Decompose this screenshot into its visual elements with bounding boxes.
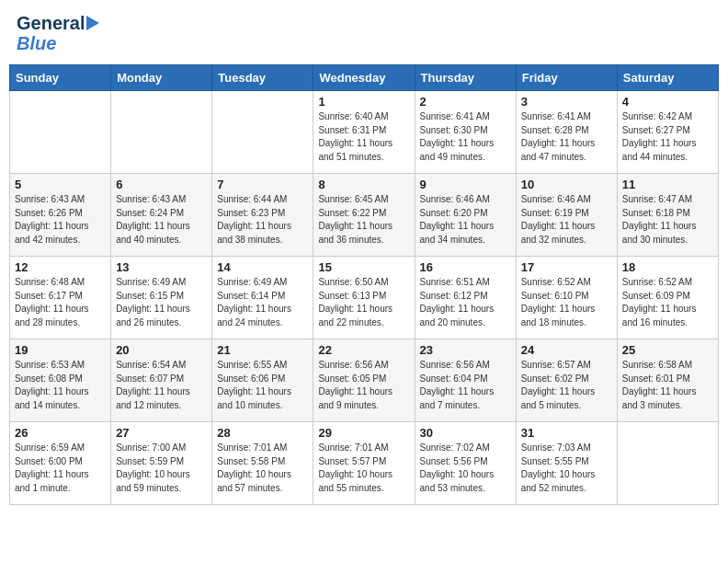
day-number: 25	[622, 343, 713, 357]
day-number: 16	[420, 260, 511, 274]
day-number: 29	[318, 426, 409, 440]
calendar-cell: 18Sunrise: 6:52 AMSunset: 6:09 PMDayligh…	[617, 257, 718, 339]
day-header-monday: Monday	[111, 65, 212, 91]
day-number: 22	[318, 343, 409, 357]
day-number: 23	[420, 343, 511, 357]
logo-text-general: General	[17, 13, 85, 33]
day-info: Sunrise: 6:53 AMSunset: 6:08 PMDaylight:…	[15, 359, 106, 412]
day-number: 14	[217, 260, 308, 274]
day-info: Sunrise: 6:58 AMSunset: 6:01 PMDaylight:…	[622, 359, 713, 412]
day-info: Sunrise: 6:49 AMSunset: 6:14 PMDaylight:…	[217, 276, 308, 329]
calendar-cell: 28Sunrise: 7:01 AMSunset: 5:58 PMDayligh…	[212, 422, 313, 505]
calendar-cell: 3Sunrise: 6:41 AMSunset: 6:28 PMDaylight…	[516, 91, 617, 174]
day-info: Sunrise: 6:41 AMSunset: 6:28 PMDaylight:…	[521, 110, 612, 164]
day-info: Sunrise: 7:03 AMSunset: 5:55 PMDaylight:…	[521, 442, 612, 495]
day-number: 6	[116, 178, 207, 191]
day-info: Sunrise: 6:40 AMSunset: 6:31 PMDaylight:…	[318, 110, 409, 164]
day-number: 4	[622, 95, 713, 109]
logo-arrow-icon	[86, 16, 99, 30]
day-info: Sunrise: 7:02 AMSunset: 5:56 PMDaylight:…	[420, 442, 511, 495]
day-info: Sunrise: 6:52 AMSunset: 6:10 PMDaylight:…	[521, 276, 612, 329]
day-info: Sunrise: 6:41 AMSunset: 6:30 PMDaylight:…	[420, 110, 511, 164]
day-number: 17	[521, 260, 612, 274]
day-info: Sunrise: 6:42 AMSunset: 6:27 PMDaylight:…	[622, 110, 713, 164]
calendar-cell: 13Sunrise: 6:49 AMSunset: 6:15 PMDayligh…	[111, 257, 212, 339]
calendar-week-row: 5Sunrise: 6:43 AMSunset: 6:26 PMDaylight…	[10, 174, 719, 257]
day-number: 21	[217, 343, 308, 357]
calendar-cell: 27Sunrise: 7:00 AMSunset: 5:59 PMDayligh…	[111, 422, 212, 505]
day-info: Sunrise: 6:46 AMSunset: 6:20 PMDaylight:…	[420, 193, 511, 247]
day-number: 2	[420, 95, 511, 109]
calendar-week-row: 1Sunrise: 6:40 AMSunset: 6:31 PMDaylight…	[10, 91, 719, 174]
calendar-cell: 12Sunrise: 6:48 AMSunset: 6:17 PMDayligh…	[10, 257, 111, 339]
day-number: 5	[15, 178, 106, 191]
calendar-week-row: 19Sunrise: 6:53 AMSunset: 6:08 PMDayligh…	[10, 339, 719, 422]
day-header-tuesday: Tuesday	[212, 65, 313, 91]
calendar-cell	[111, 91, 212, 174]
day-number: 3	[521, 95, 612, 109]
calendar-cell: 31Sunrise: 7:03 AMSunset: 5:55 PMDayligh…	[516, 422, 617, 505]
calendar-cell: 15Sunrise: 6:50 AMSunset: 6:13 PMDayligh…	[313, 257, 415, 339]
calendar-cell: 14Sunrise: 6:49 AMSunset: 6:14 PMDayligh…	[212, 257, 313, 339]
calendar-cell: 23Sunrise: 6:56 AMSunset: 6:04 PMDayligh…	[415, 339, 516, 422]
calendar-cell: 20Sunrise: 6:54 AMSunset: 6:07 PMDayligh…	[111, 339, 212, 422]
day-info: Sunrise: 6:55 AMSunset: 6:06 PMDaylight:…	[217, 359, 308, 412]
day-info: Sunrise: 6:44 AMSunset: 6:23 PMDaylight:…	[217, 193, 308, 247]
day-info: Sunrise: 6:45 AMSunset: 6:22 PMDaylight:…	[318, 193, 409, 247]
calendar-cell: 11Sunrise: 6:47 AMSunset: 6:18 PMDayligh…	[617, 174, 718, 257]
day-info: Sunrise: 6:57 AMSunset: 6:02 PMDaylight:…	[521, 359, 612, 412]
day-header-friday: Friday	[516, 65, 617, 91]
day-number: 20	[116, 343, 207, 357]
day-number: 19	[15, 343, 106, 357]
day-info: Sunrise: 6:59 AMSunset: 6:00 PMDaylight:…	[15, 442, 106, 495]
day-number: 11	[622, 178, 713, 191]
calendar-cell: 19Sunrise: 6:53 AMSunset: 6:08 PMDayligh…	[10, 339, 111, 422]
calendar-cell: 16Sunrise: 6:51 AMSunset: 6:12 PMDayligh…	[415, 257, 516, 339]
day-info: Sunrise: 7:01 AMSunset: 5:57 PMDaylight:…	[318, 442, 409, 495]
day-number: 27	[116, 426, 207, 440]
calendar-cell: 25Sunrise: 6:58 AMSunset: 6:01 PMDayligh…	[617, 339, 718, 422]
calendar-cell: 8Sunrise: 6:45 AMSunset: 6:22 PMDaylight…	[313, 174, 415, 257]
calendar-week-row: 26Sunrise: 6:59 AMSunset: 6:00 PMDayligh…	[10, 422, 719, 505]
calendar-table: SundayMondayTuesdayWednesdayThursdayFrid…	[9, 64, 719, 505]
calendar-cell: 6Sunrise: 6:43 AMSunset: 6:24 PMDaylight…	[111, 174, 212, 257]
day-number: 30	[420, 426, 511, 440]
day-info: Sunrise: 6:50 AMSunset: 6:13 PMDaylight:…	[318, 276, 409, 329]
day-header-sunday: Sunday	[10, 65, 111, 91]
day-number: 1	[318, 95, 409, 109]
logo-text-blue: Blue	[17, 33, 56, 53]
page-header: General Blue	[9, 9, 719, 57]
day-info: Sunrise: 6:43 AMSunset: 6:24 PMDaylight:…	[116, 193, 207, 247]
calendar-cell: 17Sunrise: 6:52 AMSunset: 6:10 PMDayligh…	[516, 257, 617, 339]
calendar-cell: 26Sunrise: 6:59 AMSunset: 6:00 PMDayligh…	[10, 422, 111, 505]
day-info: Sunrise: 6:52 AMSunset: 6:09 PMDaylight:…	[622, 276, 713, 329]
day-info: Sunrise: 6:56 AMSunset: 6:04 PMDaylight:…	[420, 359, 511, 412]
day-number: 7	[217, 178, 308, 191]
calendar-cell	[212, 91, 313, 174]
day-info: Sunrise: 6:46 AMSunset: 6:19 PMDaylight:…	[521, 193, 612, 247]
day-number: 31	[521, 426, 612, 440]
day-info: Sunrise: 7:01 AMSunset: 5:58 PMDaylight:…	[217, 442, 308, 495]
calendar-cell: 10Sunrise: 6:46 AMSunset: 6:19 PMDayligh…	[516, 174, 617, 257]
day-header-saturday: Saturday	[617, 65, 718, 91]
calendar-cell: 7Sunrise: 6:44 AMSunset: 6:23 PMDaylight…	[212, 174, 313, 257]
calendar-cell	[617, 422, 718, 505]
calendar-cell: 30Sunrise: 7:02 AMSunset: 5:56 PMDayligh…	[415, 422, 516, 505]
calendar-week-row: 12Sunrise: 6:48 AMSunset: 6:17 PMDayligh…	[10, 257, 719, 339]
day-info: Sunrise: 6:43 AMSunset: 6:26 PMDaylight:…	[15, 193, 106, 247]
day-header-wednesday: Wednesday	[313, 65, 415, 91]
day-number: 10	[521, 178, 612, 191]
day-number: 8	[318, 178, 409, 191]
calendar-cell: 22Sunrise: 6:56 AMSunset: 6:05 PMDayligh…	[313, 339, 415, 422]
day-info: Sunrise: 6:56 AMSunset: 6:05 PMDaylight:…	[318, 359, 409, 412]
calendar-cell: 21Sunrise: 6:55 AMSunset: 6:06 PMDayligh…	[212, 339, 313, 422]
calendar-cell	[10, 91, 111, 174]
day-info: Sunrise: 6:47 AMSunset: 6:18 PMDaylight:…	[622, 193, 713, 247]
calendar-cell: 2Sunrise: 6:41 AMSunset: 6:30 PMDaylight…	[415, 91, 516, 174]
day-number: 26	[15, 426, 106, 440]
day-number: 28	[217, 426, 308, 440]
calendar-cell: 9Sunrise: 6:46 AMSunset: 6:20 PMDaylight…	[415, 174, 516, 257]
day-info: Sunrise: 6:51 AMSunset: 6:12 PMDaylight:…	[420, 276, 511, 329]
logo: General Blue	[17, 13, 99, 53]
calendar-cell: 24Sunrise: 6:57 AMSunset: 6:02 PMDayligh…	[516, 339, 617, 422]
